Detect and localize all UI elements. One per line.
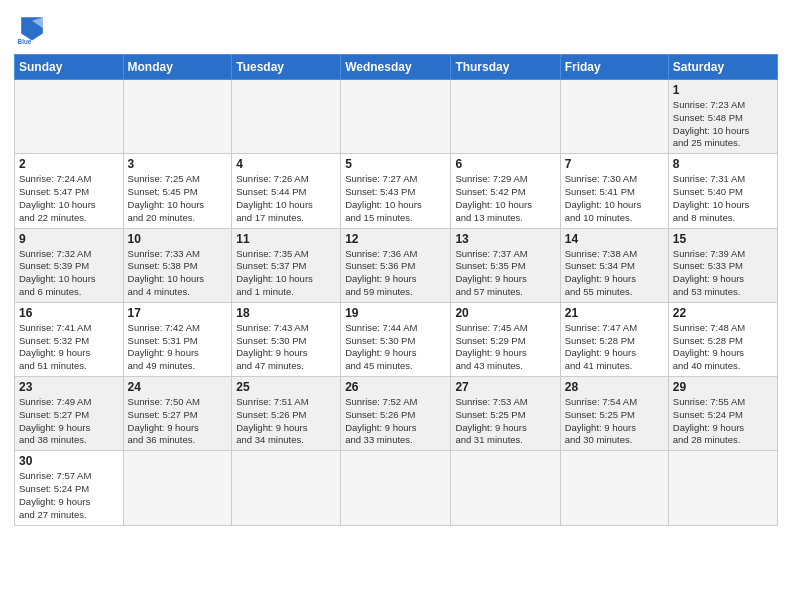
day-number: 13 <box>455 232 555 246</box>
day-number: 4 <box>236 157 336 171</box>
day-info: Sunrise: 7:52 AM Sunset: 5:26 PM Dayligh… <box>345 396 446 447</box>
calendar-cell: 24Sunrise: 7:50 AM Sunset: 5:27 PM Dayli… <box>123 377 232 451</box>
day-number: 14 <box>565 232 664 246</box>
day-number: 8 <box>673 157 773 171</box>
week-row-3: 9Sunrise: 7:32 AM Sunset: 5:39 PM Daylig… <box>15 228 778 302</box>
calendar-cell: 6Sunrise: 7:29 AM Sunset: 5:42 PM Daylig… <box>451 154 560 228</box>
calendar-cell: 3Sunrise: 7:25 AM Sunset: 5:45 PM Daylig… <box>123 154 232 228</box>
day-number: 27 <box>455 380 555 394</box>
day-info: Sunrise: 7:26 AM Sunset: 5:44 PM Dayligh… <box>236 173 336 224</box>
calendar-cell: 26Sunrise: 7:52 AM Sunset: 5:26 PM Dayli… <box>341 377 451 451</box>
calendar-cell: 13Sunrise: 7:37 AM Sunset: 5:35 PM Dayli… <box>451 228 560 302</box>
calendar-cell: 22Sunrise: 7:48 AM Sunset: 5:28 PM Dayli… <box>668 302 777 376</box>
day-number: 5 <box>345 157 446 171</box>
logo: Blue <box>14 10 56 46</box>
day-number: 20 <box>455 306 555 320</box>
day-info: Sunrise: 7:43 AM Sunset: 5:30 PM Dayligh… <box>236 322 336 373</box>
day-info: Sunrise: 7:50 AM Sunset: 5:27 PM Dayligh… <box>128 396 228 447</box>
week-row-4: 16Sunrise: 7:41 AM Sunset: 5:32 PM Dayli… <box>15 302 778 376</box>
day-info: Sunrise: 7:38 AM Sunset: 5:34 PM Dayligh… <box>565 248 664 299</box>
day-number: 3 <box>128 157 228 171</box>
day-number: 29 <box>673 380 773 394</box>
day-number: 17 <box>128 306 228 320</box>
col-header-saturday: Saturday <box>668 55 777 80</box>
day-info: Sunrise: 7:23 AM Sunset: 5:48 PM Dayligh… <box>673 99 773 150</box>
col-header-sunday: Sunday <box>15 55 124 80</box>
calendar-cell: 19Sunrise: 7:44 AM Sunset: 5:30 PM Dayli… <box>341 302 451 376</box>
day-number: 1 <box>673 83 773 97</box>
calendar-cell <box>560 80 668 154</box>
calendar-cell: 30Sunrise: 7:57 AM Sunset: 5:24 PM Dayli… <box>15 451 124 525</box>
day-info: Sunrise: 7:55 AM Sunset: 5:24 PM Dayligh… <box>673 396 773 447</box>
calendar-cell <box>451 451 560 525</box>
day-info: Sunrise: 7:33 AM Sunset: 5:38 PM Dayligh… <box>128 248 228 299</box>
day-info: Sunrise: 7:39 AM Sunset: 5:33 PM Dayligh… <box>673 248 773 299</box>
col-header-friday: Friday <box>560 55 668 80</box>
col-header-thursday: Thursday <box>451 55 560 80</box>
day-number: 28 <box>565 380 664 394</box>
week-row-5: 23Sunrise: 7:49 AM Sunset: 5:27 PM Dayli… <box>15 377 778 451</box>
day-number: 24 <box>128 380 228 394</box>
day-info: Sunrise: 7:57 AM Sunset: 5:24 PM Dayligh… <box>19 470 119 521</box>
header: Blue <box>14 10 778 46</box>
calendar-cell: 16Sunrise: 7:41 AM Sunset: 5:32 PM Dayli… <box>15 302 124 376</box>
day-info: Sunrise: 7:54 AM Sunset: 5:25 PM Dayligh… <box>565 396 664 447</box>
day-number: 19 <box>345 306 446 320</box>
calendar-cell: 10Sunrise: 7:33 AM Sunset: 5:38 PM Dayli… <box>123 228 232 302</box>
calendar-cell <box>123 451 232 525</box>
col-header-monday: Monday <box>123 55 232 80</box>
calendar-cell: 2Sunrise: 7:24 AM Sunset: 5:47 PM Daylig… <box>15 154 124 228</box>
day-info: Sunrise: 7:37 AM Sunset: 5:35 PM Dayligh… <box>455 248 555 299</box>
calendar-cell: 15Sunrise: 7:39 AM Sunset: 5:33 PM Dayli… <box>668 228 777 302</box>
day-number: 10 <box>128 232 228 246</box>
calendar-cell <box>668 451 777 525</box>
calendar-cell: 9Sunrise: 7:32 AM Sunset: 5:39 PM Daylig… <box>15 228 124 302</box>
day-info: Sunrise: 7:29 AM Sunset: 5:42 PM Dayligh… <box>455 173 555 224</box>
day-number: 6 <box>455 157 555 171</box>
day-info: Sunrise: 7:53 AM Sunset: 5:25 PM Dayligh… <box>455 396 555 447</box>
calendar-cell: 21Sunrise: 7:47 AM Sunset: 5:28 PM Dayli… <box>560 302 668 376</box>
calendar-cell: 8Sunrise: 7:31 AM Sunset: 5:40 PM Daylig… <box>668 154 777 228</box>
day-info: Sunrise: 7:47 AM Sunset: 5:28 PM Dayligh… <box>565 322 664 373</box>
day-number: 15 <box>673 232 773 246</box>
day-number: 26 <box>345 380 446 394</box>
day-number: 30 <box>19 454 119 468</box>
calendar-cell <box>341 80 451 154</box>
calendar-cell: 4Sunrise: 7:26 AM Sunset: 5:44 PM Daylig… <box>232 154 341 228</box>
day-info: Sunrise: 7:42 AM Sunset: 5:31 PM Dayligh… <box>128 322 228 373</box>
day-number: 2 <box>19 157 119 171</box>
page: Blue SundayMondayTuesdayWednesdayThursda… <box>0 0 792 536</box>
col-header-wednesday: Wednesday <box>341 55 451 80</box>
calendar-cell: 27Sunrise: 7:53 AM Sunset: 5:25 PM Dayli… <box>451 377 560 451</box>
generalblue-logo-icon: Blue <box>14 10 50 46</box>
day-number: 18 <box>236 306 336 320</box>
day-info: Sunrise: 7:25 AM Sunset: 5:45 PM Dayligh… <box>128 173 228 224</box>
calendar-cell: 29Sunrise: 7:55 AM Sunset: 5:24 PM Dayli… <box>668 377 777 451</box>
calendar-cell: 23Sunrise: 7:49 AM Sunset: 5:27 PM Dayli… <box>15 377 124 451</box>
day-number: 7 <box>565 157 664 171</box>
day-info: Sunrise: 7:24 AM Sunset: 5:47 PM Dayligh… <box>19 173 119 224</box>
svg-text:Blue: Blue <box>18 38 32 45</box>
calendar-cell: 12Sunrise: 7:36 AM Sunset: 5:36 PM Dayli… <box>341 228 451 302</box>
day-info: Sunrise: 7:36 AM Sunset: 5:36 PM Dayligh… <box>345 248 446 299</box>
week-row-2: 2Sunrise: 7:24 AM Sunset: 5:47 PM Daylig… <box>15 154 778 228</box>
week-row-1: 1Sunrise: 7:23 AM Sunset: 5:48 PM Daylig… <box>15 80 778 154</box>
calendar-cell: 18Sunrise: 7:43 AM Sunset: 5:30 PM Dayli… <box>232 302 341 376</box>
calendar-header-row: SundayMondayTuesdayWednesdayThursdayFrid… <box>15 55 778 80</box>
calendar-cell <box>15 80 124 154</box>
day-number: 9 <box>19 232 119 246</box>
day-info: Sunrise: 7:32 AM Sunset: 5:39 PM Dayligh… <box>19 248 119 299</box>
calendar-cell: 11Sunrise: 7:35 AM Sunset: 5:37 PM Dayli… <box>232 228 341 302</box>
day-info: Sunrise: 7:49 AM Sunset: 5:27 PM Dayligh… <box>19 396 119 447</box>
day-number: 21 <box>565 306 664 320</box>
day-info: Sunrise: 7:44 AM Sunset: 5:30 PM Dayligh… <box>345 322 446 373</box>
day-info: Sunrise: 7:45 AM Sunset: 5:29 PM Dayligh… <box>455 322 555 373</box>
day-info: Sunrise: 7:51 AM Sunset: 5:26 PM Dayligh… <box>236 396 336 447</box>
day-number: 12 <box>345 232 446 246</box>
day-number: 16 <box>19 306 119 320</box>
calendar-cell: 17Sunrise: 7:42 AM Sunset: 5:31 PM Dayli… <box>123 302 232 376</box>
day-number: 25 <box>236 380 336 394</box>
day-number: 23 <box>19 380 119 394</box>
day-info: Sunrise: 7:48 AM Sunset: 5:28 PM Dayligh… <box>673 322 773 373</box>
calendar-cell: 1Sunrise: 7:23 AM Sunset: 5:48 PM Daylig… <box>668 80 777 154</box>
